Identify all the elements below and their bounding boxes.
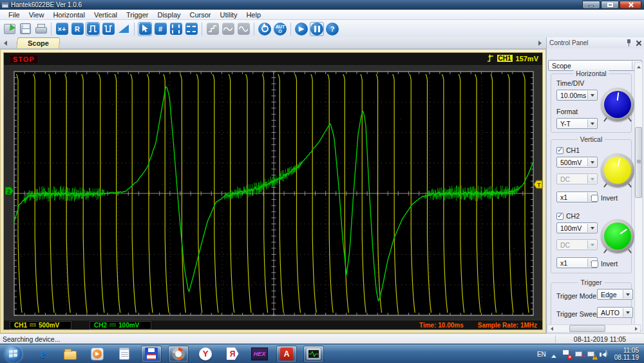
chevron-right-icon [538, 41, 544, 46]
ch2-coupling-select[interactable]: DC [556, 239, 598, 250]
autoset-button[interactable]: AUTO [273, 22, 287, 36]
trigger-mode-select[interactable]: Edge [597, 289, 633, 300]
timediv-select[interactable]: 10.00ms [556, 90, 598, 101]
chevron-down-icon [587, 224, 596, 232]
menu-view[interactable]: View [24, 10, 49, 19]
pulse-positive-button[interactable] [86, 22, 100, 36]
network-error-icon[interactable] [575, 350, 583, 358]
taskbar-notepad[interactable] [114, 346, 135, 362]
pin-icon[interactable] [626, 39, 632, 46]
pulse-negative-button[interactable] [101, 22, 115, 36]
menu-help[interactable]: Help [242, 10, 265, 19]
ch1-coupling-select[interactable]: DC [556, 173, 598, 184]
smooth-wave-icon [222, 23, 234, 35]
ch2-invert-checkbox[interactable]: Invert [591, 260, 618, 268]
chevron-down-icon [587, 119, 596, 128]
taskbar-internet-explorer[interactable]: e [33, 346, 53, 362]
format-select[interactable]: Y-T [556, 118, 598, 129]
open-button[interactable] [3, 22, 17, 36]
panel-vertical-scrollbar[interactable] [634, 62, 643, 331]
math-button[interactable]: ×+ [55, 22, 69, 36]
vertical-scroll-thumb[interactable] [635, 127, 642, 198]
toolbar: ×+ R # AUTO ▶ ? [0, 20, 644, 37]
start-button[interactable] [5, 346, 22, 362]
menu-display[interactable]: Display [153, 10, 185, 19]
horizontal-position-knob[interactable] [601, 88, 634, 121]
chevron-down-icon [587, 175, 596, 183]
taskbar-yandex-browser[interactable]: Y [195, 346, 216, 362]
taskbar-hantek-scope[interactable] [303, 346, 324, 362]
print-button[interactable] [33, 22, 48, 36]
chevron-left-icon [1, 41, 7, 46]
select-cursor-button[interactable] [138, 22, 152, 36]
scope-screen[interactable]: 2T [4, 66, 542, 320]
pause-button[interactable] [310, 22, 324, 36]
taskbar-media-player[interactable]: ▶ [87, 346, 108, 362]
ramp-button[interactable] [117, 22, 131, 36]
panel-close-icon[interactable] [636, 40, 641, 46]
scroll-left-icon[interactable] [547, 325, 555, 332]
scroll-right-icon[interactable] [632, 325, 640, 332]
scroll-up-icon[interactable] [635, 63, 642, 70]
maximize-button[interactable] [601, 1, 619, 9]
ch1-volts-select[interactable]: 500mV [556, 157, 598, 168]
sine-wave-button[interactable] [236, 22, 251, 36]
refresh-icon [258, 23, 271, 35]
pulse-positive-icon [87, 23, 99, 35]
vertical-cursor-button[interactable] [169, 22, 183, 36]
ch1-position-knob[interactable] [601, 153, 634, 187]
show-hidden-icons-button[interactable] [551, 352, 556, 358]
menu-trigger[interactable]: Trigger [122, 10, 153, 19]
menu-vertical[interactable]: Vertical [90, 10, 122, 19]
taskbar-adobe-reader[interactable]: A [276, 346, 297, 362]
minimize-icon [589, 5, 594, 7]
menu-bar: File View Horizontal Vertical Trigger Di… [0, 10, 644, 20]
network-warning-icon[interactable] [587, 350, 596, 358]
taskbar-hex-editor[interactable]: HEX [249, 346, 270, 362]
trigger-sweep-label: Trigger Sweep [556, 310, 600, 318]
menu-file[interactable]: File [4, 10, 24, 19]
smooth-wave-button[interactable] [221, 22, 235, 36]
horizontal-cursor-button[interactable] [184, 22, 198, 36]
scope-display[interactable]: 2T [4, 66, 544, 320]
tab-scroll-right-button[interactable] [537, 38, 545, 48]
status-message: Searching device... [3, 335, 555, 343]
ch2-position-knob[interactable] [601, 219, 634, 253]
title-bar[interactable]: Hantek6022BE Ver 1.0.6 [0, 0, 644, 10]
menu-utility[interactable]: Utility [216, 10, 242, 19]
menu-horizontal[interactable]: Horizontal [48, 10, 90, 19]
taskbar-explorer[interactable] [60, 346, 80, 362]
ch1-invert-checkbox[interactable]: Invert [591, 194, 618, 202]
taskbar-ring-app[interactable] [168, 346, 189, 362]
reference-button[interactable]: R [70, 22, 84, 36]
taskbar-yandex[interactable]: Я [222, 346, 243, 362]
tab-scope[interactable]: Scope [16, 37, 61, 48]
format-label: Format [556, 108, 578, 115]
menu-cursor[interactable]: Cursor [185, 10, 216, 19]
vertical-cursor-icon [170, 23, 182, 35]
ch2-enable-checkbox[interactable]: CH2 [556, 212, 580, 220]
horizontal-scroll-thumb[interactable] [569, 325, 605, 332]
close-button[interactable] [620, 1, 641, 9]
ch1-scale-readout: CH1 500mV [10, 321, 71, 329]
volume-icon[interactable] [600, 350, 608, 358]
step-wave-button[interactable] [205, 22, 220, 36]
trigger-group-title: Trigger [578, 279, 605, 286]
minimize-button[interactable] [582, 1, 600, 9]
help-button[interactable]: ? [325, 22, 339, 36]
tab-scroll-left-button[interactable] [0, 38, 8, 48]
ramp-icon [118, 25, 129, 33]
clock[interactable]: 11:05 08.11.19 [614, 347, 639, 361]
save-button[interactable] [18, 22, 32, 36]
ch1-enable-checkbox[interactable]: CH1 [556, 146, 580, 154]
taskbar-save-app[interactable] [141, 346, 162, 362]
start-button[interactable]: ▶ [294, 22, 308, 36]
trigger-sweep-select[interactable]: AUTO [597, 307, 633, 318]
checkbox-icon [591, 260, 598, 268]
refresh-button[interactable] [258, 22, 272, 36]
panel-horizontal-scrollbar[interactable] [547, 324, 641, 333]
ch2-volts-select[interactable]: 100mV [556, 222, 598, 233]
action-center-icon[interactable] [563, 350, 571, 358]
grid-button[interactable]: # [153, 22, 167, 36]
language-indicator[interactable]: EN [537, 351, 546, 358]
